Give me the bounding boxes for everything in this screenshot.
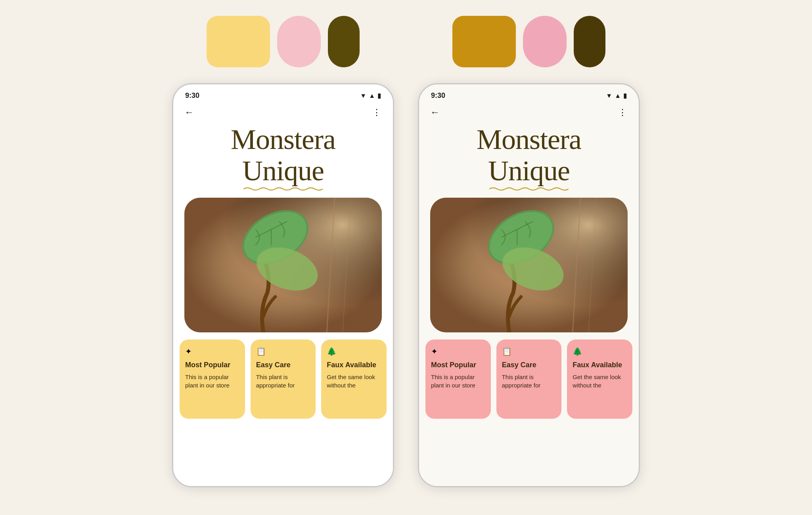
variant-a-swatches bbox=[199, 12, 368, 71]
status-bar-b: 9:30 ▼ ▲ ▮ bbox=[419, 84, 639, 103]
card-popular-title-b: Most Popular bbox=[431, 361, 485, 370]
card-care-a: 📋 Easy Care This plant is appropriate fo… bbox=[251, 340, 316, 419]
dark-brown-swatch bbox=[574, 16, 605, 67]
plant-illustration-b bbox=[430, 198, 628, 332]
signal-icon-a: ▼ bbox=[360, 92, 366, 99]
plant-image-a bbox=[184, 198, 382, 332]
back-button-a[interactable]: ← bbox=[184, 107, 194, 118]
card-care-desc-b: This plant is appropriate for bbox=[502, 373, 556, 389]
nav-a: ← ⋮ bbox=[173, 103, 393, 120]
status-icons-b: ▼ ▲ ▮ bbox=[606, 92, 627, 99]
variant-b-swatches bbox=[444, 12, 613, 71]
time-a: 9:30 bbox=[185, 92, 199, 100]
care-icon-a: 📋 bbox=[256, 347, 310, 356]
card-faux-desc-b: Get the same look without the bbox=[573, 373, 627, 389]
card-popular-a: ✦ Most Popular This is a popular plant i… bbox=[180, 340, 245, 419]
plant-image-b bbox=[430, 198, 628, 332]
pink-swatch bbox=[277, 16, 321, 67]
popular-icon-b: ✦ bbox=[431, 347, 485, 356]
phone-a: 9:30 ▼ ▲ ▮ ← ⋮ MonsteraUnique bbox=[172, 83, 394, 487]
faux-icon-a: 🌲 bbox=[327, 347, 381, 356]
card-care-b: 📋 Easy Care This plant is appropriate fo… bbox=[496, 340, 562, 419]
battery-icon-b: ▮ bbox=[623, 92, 627, 99]
cards-row-b: ✦ Most Popular This is a popular plant i… bbox=[419, 332, 639, 423]
signal-icon-b: ▼ bbox=[606, 92, 612, 99]
plant-title-b: MonsteraUnique bbox=[419, 120, 639, 187]
main-container: 9:30 ▼ ▲ ▮ ← ⋮ MonsteraUnique bbox=[0, 0, 812, 487]
wifi-icon-a: ▲ bbox=[369, 92, 375, 99]
plant-title-a: MonsteraUnique bbox=[173, 120, 393, 187]
card-popular-title-a: Most Popular bbox=[185, 361, 239, 370]
card-care-desc-a: This plant is appropriate for bbox=[256, 373, 310, 389]
faux-icon-b: 🌲 bbox=[573, 347, 627, 356]
phone-b: 9:30 ▼ ▲ ▮ ← ⋮ MonsteraUnique bbox=[418, 83, 640, 487]
phone-content-b: MonsteraUnique bbox=[419, 120, 639, 486]
nav-b: ← ⋮ bbox=[419, 103, 639, 120]
phone-content-a: MonsteraUnique bbox=[173, 120, 393, 486]
card-care-title-b: Easy Care bbox=[502, 361, 556, 370]
time-b: 9:30 bbox=[431, 92, 445, 100]
gold-swatch bbox=[452, 16, 516, 67]
plant-illustration-a bbox=[184, 198, 382, 332]
wifi-icon-b: ▲ bbox=[615, 92, 621, 99]
cards-row-a: ✦ Most Popular This is a popular plant i… bbox=[173, 332, 393, 423]
card-popular-desc-b: This is a popular plant in our store bbox=[431, 373, 485, 389]
card-care-title-a: Easy Care bbox=[256, 361, 310, 370]
wavy-underline-b bbox=[489, 187, 569, 191]
variant-b-section: 9:30 ▼ ▲ ▮ ← ⋮ MonsteraUnique bbox=[418, 12, 640, 487]
brown-swatch bbox=[328, 16, 360, 67]
back-button-b[interactable]: ← bbox=[430, 107, 440, 118]
care-icon-b: 📋 bbox=[502, 347, 556, 356]
status-bar-a: 9:30 ▼ ▲ ▮ bbox=[173, 84, 393, 103]
wavy-underline-a bbox=[243, 187, 323, 191]
card-faux-desc-a: Get the same look without the bbox=[327, 373, 381, 389]
card-faux-a: 🌲 Faux Available Get the same look witho… bbox=[321, 340, 387, 419]
more-button-b[interactable]: ⋮ bbox=[618, 107, 628, 118]
popular-icon-a: ✦ bbox=[185, 347, 239, 356]
card-faux-b: 🌲 Faux Available Get the same look witho… bbox=[567, 340, 632, 419]
card-faux-title-a: Faux Available bbox=[327, 361, 381, 370]
variant-a-section: 9:30 ▼ ▲ ▮ ← ⋮ MonsteraUnique bbox=[172, 12, 394, 487]
card-faux-title-b: Faux Available bbox=[573, 361, 627, 370]
battery-icon-a: ▮ bbox=[377, 92, 381, 99]
card-popular-desc-a: This is a popular plant in our store bbox=[185, 373, 239, 389]
card-popular-b: ✦ Most Popular This is a popular plant i… bbox=[425, 340, 491, 419]
status-icons-a: ▼ ▲ ▮ bbox=[360, 92, 381, 99]
yellow-swatch bbox=[207, 16, 270, 67]
more-button-a[interactable]: ⋮ bbox=[372, 107, 382, 118]
pink-swatch-b bbox=[523, 16, 567, 67]
